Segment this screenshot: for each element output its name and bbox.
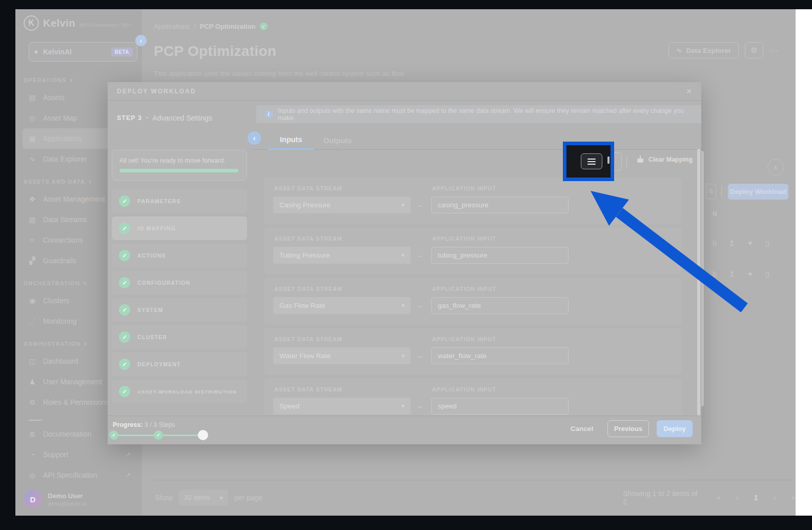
collapse-panel-button[interactable]: ∧ bbox=[767, 159, 784, 175]
sidebar-collapse-button[interactable]: ‹ bbox=[135, 35, 147, 46]
connections-icon: ≈ bbox=[28, 236, 37, 244]
check-circle-icon: ✓ bbox=[119, 386, 130, 397]
chevron-down-icon: ∨ bbox=[70, 77, 74, 83]
waveform-icon: ∿ bbox=[676, 46, 682, 54]
allset-card: All set! You're ready to move forward. bbox=[112, 150, 247, 181]
mapping-row: ASSET DATA STREAM APPLICATION INPUT Casi… bbox=[264, 177, 682, 224]
environment-label: BETA Environment | DEV bbox=[79, 23, 131, 28]
close-icon[interactable]: ✕ bbox=[686, 87, 692, 95]
trash-icon[interactable]: ▯ bbox=[765, 239, 769, 247]
per-page-label: per page bbox=[234, 494, 262, 502]
progress-stepper: ✓ ✓ bbox=[109, 430, 211, 440]
application-input-field[interactable]: casing_pressure bbox=[431, 197, 569, 213]
list-view-button[interactable] bbox=[581, 153, 602, 169]
sidebar-item-label: Roles & Permissions bbox=[43, 398, 109, 406]
sidebar-item-label: Support bbox=[43, 450, 68, 459]
collapse-steps-button[interactable]: ‹ bbox=[248, 131, 261, 145]
tab-inputs[interactable]: Inputs bbox=[268, 131, 314, 150]
application-input-field[interactable]: tubing_pressure bbox=[431, 247, 569, 264]
table-column-header: N bbox=[713, 210, 718, 218]
page-actions: ∿ Data Explorer ⚙ ⋯ bbox=[668, 42, 779, 58]
chevron-down-icon: ∨ bbox=[84, 341, 88, 346]
asset-data-stream-select[interactable]: Speed ▾ bbox=[273, 398, 411, 415]
sidebar-item-label: Clusters bbox=[43, 297, 69, 305]
kelvin-logo-icon: K bbox=[24, 15, 39, 31]
row-name: b bbox=[713, 239, 717, 247]
next-page-button[interactable]: › bbox=[774, 493, 776, 502]
info-icon: i bbox=[265, 110, 273, 119]
modal-scrollbar[interactable] bbox=[697, 149, 700, 416]
allset-message: All set! You're ready to move forward. bbox=[119, 157, 226, 164]
checklist-item-actions[interactable]: ✓ ACTIONS bbox=[112, 244, 247, 267]
asset-data-stream-label: ASSET DATA STREAM bbox=[274, 185, 342, 191]
checklist-item-parameters[interactable]: ✓ PARAMETERS bbox=[112, 189, 247, 213]
maps-to-arrow-icon: → bbox=[416, 200, 423, 209]
data-explorer-button[interactable]: ∿ Data Explorer bbox=[668, 42, 739, 58]
cancel-button[interactable]: Cancel bbox=[566, 420, 598, 437]
wand-icon[interactable]: ✦ bbox=[747, 239, 754, 247]
check-circle-icon: ✓ bbox=[119, 304, 130, 316]
check-circle-icon: ✓ bbox=[119, 195, 130, 207]
sidebar-item-label: Applications bbox=[43, 134, 82, 143]
swap-icon: ⇅ bbox=[708, 188, 714, 195]
kelvinai-label: KelvinAI bbox=[43, 48, 107, 56]
asset-data-stream-select[interactable]: Tubing Pressure ▾ bbox=[273, 247, 411, 264]
table-row[interactable]: b ↥ ✦ ▯ bbox=[713, 270, 769, 278]
applications-icon: ▦ bbox=[28, 134, 37, 143]
wand-icon[interactable]: ✦ bbox=[747, 270, 754, 278]
checklist-item-system[interactable]: ✓ SYSTEM bbox=[112, 298, 247, 322]
page-number[interactable]: 1 bbox=[754, 494, 758, 502]
table-footer-divider bbox=[154, 480, 793, 480]
checklist-item-io-mapping[interactable]: ✓ IO MAPPING bbox=[112, 217, 247, 240]
list-view-icon bbox=[587, 159, 596, 160]
upload-icon[interactable]: ↥ bbox=[729, 270, 735, 278]
toolbar-divider bbox=[721, 186, 722, 197]
first-page-button[interactable]: « bbox=[717, 493, 721, 502]
step-indicator: STEP 3 • Advanced Settings bbox=[117, 114, 212, 122]
application-input-field[interactable]: gas_flow_rate bbox=[431, 297, 569, 314]
checklist-item-cluster[interactable]: ✓ CLUSTER bbox=[112, 325, 247, 349]
sidebar-item-api-specification[interactable]: ◎ API Specification ↗ bbox=[23, 465, 135, 485]
sidebar-item-support[interactable]: ◔ Support ↗ bbox=[23, 444, 135, 465]
table-row[interactable]: b ↥ ✦ ▯ bbox=[713, 239, 769, 247]
previous-button[interactable]: Previous bbox=[607, 420, 649, 437]
kelvinai-button[interactable]: ✦ KelvinAI BETA bbox=[29, 42, 137, 62]
trash-icon[interactable]: ▯ bbox=[765, 270, 769, 278]
asset-data-stream-select[interactable]: Casing Pressure ▾ bbox=[273, 197, 411, 213]
chevron-down-icon: ∨ bbox=[83, 281, 87, 286]
checklist-item-asset-workload-distribution[interactable]: ✓ ASSET-WORKLOAD DISTRIBUTION bbox=[112, 380, 247, 403]
page-size-select[interactable]: 32 items ▾ bbox=[179, 489, 228, 505]
browser-scrollbar-area[interactable] bbox=[796, 9, 812, 516]
chevron-up-icon: ∧ bbox=[773, 164, 778, 171]
deploy-workload-button[interactable]: Deploy Workload bbox=[728, 184, 788, 200]
asset-data-stream-select[interactable]: Gas Flow Rate ▾ bbox=[273, 297, 411, 314]
checklist-item-configuration[interactable]: ✓ CONFIGURATION bbox=[112, 271, 247, 295]
more-options-button[interactable]: ⋯ bbox=[769, 45, 779, 56]
clear-mapping-label: Clear Mapping bbox=[648, 156, 693, 163]
application-input-field[interactable]: water_flow_rate bbox=[431, 347, 569, 364]
checklist-item-deployment[interactable]: ✓ DEPLOYMENT bbox=[112, 352, 247, 376]
step-3-current-dot bbox=[198, 430, 208, 440]
breadcrumb-separator: / bbox=[194, 23, 196, 30]
prev-page-button[interactable]: ‹ bbox=[736, 493, 739, 502]
toolbar-divider bbox=[626, 156, 627, 167]
application-input-field[interactable]: speed bbox=[431, 398, 569, 415]
modal-title: DEPLOY WORKLOAD bbox=[117, 88, 196, 95]
breadcrumb-root[interactable]: Applications bbox=[154, 23, 190, 30]
sidebar-item-label: Asset Management bbox=[43, 195, 105, 203]
sidebar-item-label: Data Explorer bbox=[43, 155, 87, 163]
asset-data-stream-select[interactable]: Water Flow Rate ▾ bbox=[273, 347, 411, 364]
clear-mapping-button[interactable]: Clear Mapping bbox=[637, 155, 693, 163]
step-label: STEP 3 bbox=[117, 114, 142, 122]
tab-outputs[interactable]: Outputs bbox=[314, 131, 361, 150]
user-menu[interactable]: D Demo User demo@kelvin.ai bbox=[24, 490, 86, 508]
last-page-button[interactable]: » bbox=[791, 493, 796, 502]
sort-button[interactable]: ⇅ bbox=[706, 184, 716, 199]
settings-button[interactable]: ⚙ bbox=[745, 42, 763, 58]
maps-to-arrow-icon: → bbox=[416, 250, 423, 259]
sidebar-item-label: Documentation bbox=[43, 430, 91, 438]
grid-view-button[interactable] bbox=[607, 156, 613, 164]
modal-footer: Progress: 3 / 3 Steps ✓ ✓ Cancel Previou… bbox=[108, 416, 701, 444]
upload-icon[interactable]: ↥ bbox=[729, 239, 735, 247]
deploy-button[interactable]: Deploy bbox=[657, 420, 693, 437]
